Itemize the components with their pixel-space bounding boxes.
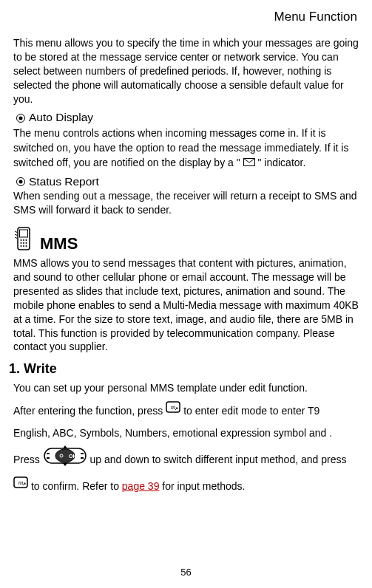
- write-p1: You can set up your personal MMS templat…: [13, 381, 359, 395]
- page-number: 56: [0, 566, 372, 579]
- page-header: Menu Function: [13, 9, 359, 26]
- svg-text:m: m: [171, 403, 176, 411]
- svg-point-3: [21, 239, 22, 241]
- svg-point-10: [23, 245, 24, 247]
- status-report-title: Status Report: [29, 174, 99, 190]
- phone-icon: [13, 226, 34, 255]
- svg-point-6: [21, 242, 22, 244]
- mms-heading-row: MMS: [13, 226, 359, 255]
- svg-rect-2: [20, 230, 28, 237]
- svg-point-5: [26, 239, 27, 241]
- write-p2a: After entering the function, press: [13, 404, 166, 416]
- envelope-icon: [243, 156, 255, 170]
- status-report-heading: Status Report: [13, 174, 359, 190]
- svg-text:OK: OK: [69, 454, 77, 459]
- auto-display-body: The menu controls actions when incoming …: [13, 126, 348, 167]
- svg-rect-18: [47, 453, 50, 454]
- mms-body: MMS allows you to send messages that con…: [13, 256, 359, 354]
- auto-display-body-b: " indicator.: [257, 157, 305, 168]
- write-p2: After entering the function, press m to …: [13, 404, 346, 492]
- svg-point-9: [21, 245, 22, 247]
- svg-point-8: [26, 242, 27, 244]
- status-report-body: When sending out a message, the receiver…: [13, 189, 359, 217]
- write-p2e: for input methods.: [162, 480, 245, 492]
- svg-rect-19: [47, 457, 50, 459]
- write-p2d: to confirm. Refer to: [31, 480, 122, 492]
- write-p2c: up and down to switch different input me…: [90, 454, 347, 465]
- svg-point-11: [26, 245, 27, 247]
- svg-rect-21: [81, 457, 84, 459]
- key-m-icon-2: m: [13, 475, 28, 497]
- page-39-link[interactable]: page 39: [122, 480, 160, 492]
- nav-ok-icon: OK: [43, 444, 87, 475]
- write-heading: 1. Write: [9, 360, 359, 377]
- svg-point-7: [23, 242, 24, 244]
- bullet-icon: [16, 177, 25, 186]
- svg-point-4: [23, 239, 24, 241]
- intro-paragraph: This menu allows you to specify the time…: [13, 36, 359, 106]
- mms-title: MMS: [40, 233, 78, 255]
- svg-rect-20: [81, 453, 84, 454]
- bullet-icon: [16, 114, 25, 123]
- key-m-icon: m: [166, 400, 180, 422]
- svg-text:m: m: [18, 479, 24, 486]
- auto-display-heading: Auto Display: [13, 110, 359, 126]
- auto-display-title: Auto Display: [29, 110, 93, 126]
